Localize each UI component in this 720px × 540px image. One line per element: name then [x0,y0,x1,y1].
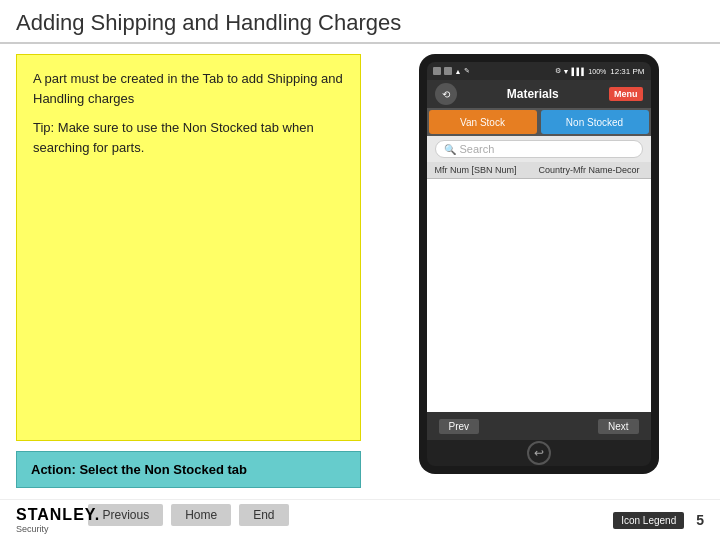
action-box: Action: Select the Non Stocked tab [16,451,361,488]
screen-title: Materials [457,87,610,101]
info-text-1: A part must be created in the Tab to add… [33,69,344,108]
brand-name: STANLEY. [16,506,100,524]
page-header: Adding Shipping and Handling Charges [0,0,720,44]
left-panel: A part must be created in the Tab to add… [16,54,361,526]
status-icons-right: ⚙ ▼ ▌▌▌ 100% 12:31 PM [555,67,645,76]
footer-right: Icon Legend 5 [613,512,704,529]
signal-icon: ▌▌▌ [571,68,586,75]
col1-header: Mfr Num [SBN Num] [435,165,539,175]
screen-topbar: ⟲ Materials Menu [427,80,651,108]
tab-van-stock[interactable]: Van Stock [429,110,537,134]
search-placeholder-text: Search [460,143,495,155]
search-bar: 🔍 Search [427,136,651,162]
prev-button[interactable]: Prev [439,419,480,434]
phone-screen: ⟲ Materials Menu Van Stock Non Stocked [427,80,651,440]
phone-status-bar: ▲ ✎ ⚙ ▼ ▌▌▌ 100% 12:31 PM [427,62,651,80]
warning-icon: ▲ [455,68,462,75]
col2-header: Country-Mfr Name-Decor [539,165,643,175]
tab-non-stocked[interactable]: Non Stocked [541,110,649,134]
back-icon[interactable]: ⟲ [435,83,457,105]
page-title: Adding Shipping and Handling Charges [16,10,704,36]
status-icon-2 [444,67,452,75]
action-label: Action: Select the Non Stocked tab [31,462,247,477]
page-number: 5 [696,512,704,528]
next-button[interactable]: Next [598,419,639,434]
tab-bar: Van Stock Non Stocked [427,108,651,136]
status-icon-1 [433,67,441,75]
menu-button[interactable]: Menu [609,87,643,101]
edit-icon: ✎ [464,67,470,75]
stanley-logo: STANLEY. Security [16,506,100,534]
phone-nav-bar: Prev Next [427,412,651,440]
home-button-phone[interactable]: ↩ [527,441,551,465]
page-footer: STANLEY. Security Icon Legend 5 [0,499,720,540]
search-icon: 🔍 [444,144,456,155]
main-content: A part must be created in the Tab to add… [0,44,720,536]
info-box: A part must be created in the Tab to add… [16,54,361,441]
table-header: Mfr Num [SBN Num] Country-Mfr Name-Decor [427,162,651,179]
status-icons-left: ▲ ✎ [433,67,471,75]
wifi-icon: ▼ [563,68,570,75]
search-input-wrapper[interactable]: 🔍 Search [435,140,643,158]
phone-bottom-bar: ↩ [427,440,651,466]
table-content [427,179,651,412]
brand-sub: Security [16,524,100,534]
icon-legend-button[interactable]: Icon Legend [613,512,684,529]
settings-icon: ⚙ [555,67,561,75]
clock: 12:31 PM [610,67,644,76]
tip-text: Tip: Make sure to use the Non Stocked ta… [33,118,344,157]
phone-mockup: ▲ ✎ ⚙ ▼ ▌▌▌ 100% 12:31 PM ⟲ Materials Me… [419,54,659,474]
battery-level: 100% [588,68,606,75]
right-panel: ▲ ✎ ⚙ ▼ ▌▌▌ 100% 12:31 PM ⟲ Materials Me… [373,54,704,526]
